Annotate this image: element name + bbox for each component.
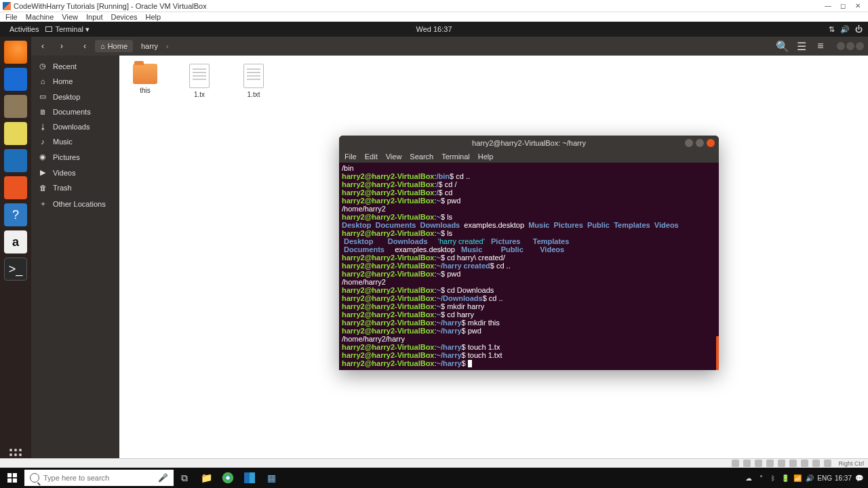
terminal-close-button[interactable] [707, 139, 715, 147]
task-view-icon[interactable]: ⧉ [174, 468, 195, 488]
terminal-menu-view[interactable]: View [386, 152, 402, 161]
mic-icon[interactable]: 🎤 [158, 473, 168, 483]
focused-app-indicator[interactable]: Terminal ▾ [45, 25, 90, 34]
activities-button[interactable]: Activities [5, 24, 43, 35]
dock-terminal-icon[interactable]: >_ [4, 258, 27, 281]
vb-usb-icon[interactable] [778, 460, 785, 467]
sidebar-icon: ◉ [38, 152, 47, 161]
host-minimize-button[interactable]: — [821, 1, 835, 11]
dock-thunderbird-icon[interactable] [4, 68, 27, 91]
terminal-window: harry2@harry2-VirtualBox: ~/harry File E… [339, 136, 719, 370]
hamburger-menu-icon[interactable]: ≡ [814, 39, 827, 53]
vb-optical-icon[interactable] [743, 460, 751, 467]
terminal-titlebar[interactable]: harry2@harry2-VirtualBox: ~/harry [339, 136, 719, 150]
volume-icon[interactable]: 🔊 [840, 25, 850, 34]
host-menubar: File Machine View Input Devices Help [0, 12, 868, 22]
dock-rhythmbox-icon[interactable] [4, 122, 27, 145]
terminal-content[interactable]: /bin harry2@harry2-VirtualBox:/bin$ cd .… [339, 163, 719, 370]
files-headerbar: ‹ › ‹ ⌂ Home harry › 🔍 ☰ ≡ [31, 37, 868, 56]
dock-software-icon[interactable] [4, 176, 27, 199]
sidebar-item-home[interactable]: ⌂Home [31, 74, 119, 89]
dock-firefox-icon[interactable] [4, 41, 27, 64]
tray-battery-icon[interactable]: 🔋 [781, 473, 790, 483]
dock-amazon-icon[interactable]: a [4, 230, 27, 253]
vb-audio-icon[interactable] [755, 460, 762, 467]
sidebar-item-pictures[interactable]: ◉Pictures [31, 149, 119, 165]
sidebar-item-other-locations[interactable]: ＋Other Locations [31, 195, 119, 212]
sidebar-item-videos[interactable]: ▶Videos [31, 165, 119, 180]
terminal-menu-search[interactable]: Search [410, 152, 433, 161]
vb-hdd-icon[interactable] [732, 460, 739, 467]
tray-lang[interactable]: ENG [817, 474, 832, 482]
tray-chevron-icon[interactable]: ˄ [756, 473, 766, 483]
vb-network-icon[interactable] [766, 460, 774, 467]
virtualbox-icon [3, 2, 11, 10]
sidebar-item-recent[interactable]: ◷Recent [31, 58, 119, 74]
vb-display-icon[interactable] [801, 460, 808, 467]
taskbar-search[interactable]: 🎤 [24, 470, 174, 486]
sidebar-icon: ♪ [38, 138, 47, 146]
vb-cpu-icon[interactable] [824, 460, 831, 467]
dock-help-icon[interactable]: ? [4, 203, 27, 226]
window-minimize-button[interactable] [837, 42, 845, 50]
host-maximize-button[interactable]: ◻ [835, 1, 850, 11]
file-item[interactable]: 1.tx [182, 64, 217, 98]
host-menu-machine[interactable]: Machine [26, 13, 54, 21]
host-menu-devices[interactable]: Devices [111, 13, 137, 21]
virtualbox-statusbar: Right Ctrl [0, 458, 868, 468]
tray-onedrive-icon[interactable]: ☁ [744, 473, 753, 483]
file-item[interactable]: 1.txt [236, 64, 271, 98]
tray-notifications-icon[interactable]: 💬 [854, 473, 864, 483]
power-icon[interactable]: ⏻ [855, 25, 863, 33]
view-toggle-icon[interactable]: ☰ [795, 39, 808, 53]
terminal-menu-terminal[interactable]: Terminal [441, 152, 470, 161]
terminal-menu-file[interactable]: File [344, 152, 357, 161]
host-menu-file[interactable]: File [5, 13, 18, 21]
sidebar-item-desktop[interactable]: ▭Desktop [31, 89, 119, 104]
vm-display: Activities Terminal ▾ Wed 16:37 ⇅ 🔊 ⏻ ? … [0, 22, 868, 468]
terminal-menu-edit[interactable]: Edit [365, 152, 378, 161]
host-menu-help[interactable]: Help [146, 13, 161, 21]
vb-shared-icon[interactable] [789, 460, 797, 467]
taskbar-virtualbox-icon[interactable] [239, 468, 260, 488]
dock-writer-icon[interactable] [4, 149, 27, 172]
breadcrumb-home[interactable]: ⌂ Home [95, 40, 133, 52]
vb-recording-icon[interactable] [812, 460, 820, 467]
sidebar-label: Other Locations [53, 200, 106, 208]
taskbar-chrome-icon[interactable] [217, 468, 239, 488]
path-prev-icon[interactable]: ‹ [77, 39, 92, 54]
taskbar-app-icon[interactable]: ▦ [260, 468, 282, 488]
start-button[interactable] [0, 468, 24, 488]
sidebar-label: Documents [53, 108, 91, 116]
sidebar-item-documents[interactable]: 🗎Documents [31, 104, 119, 119]
folder-item[interactable]: this [127, 64, 163, 94]
terminal-menu-help[interactable]: Help [478, 152, 494, 161]
back-button[interactable]: ‹ [35, 39, 50, 54]
tray-time[interactable]: 16:37 [835, 474, 852, 482]
search-icon[interactable]: 🔍 [776, 39, 789, 53]
window-close-button[interactable] [856, 42, 864, 50]
search-input[interactable] [43, 474, 158, 482]
host-close-button[interactable]: ✕ [850, 1, 865, 11]
sidebar-item-music[interactable]: ♪Music [31, 134, 119, 149]
dock-files-icon[interactable] [4, 95, 27, 118]
sidebar-item-downloads[interactable]: ⭳Downloads [31, 119, 119, 134]
clock[interactable]: Wed 16:37 [416, 25, 452, 33]
forward-button[interactable]: › [54, 39, 69, 54]
taskbar-explorer-icon[interactable]: 📁 [195, 468, 217, 488]
scrollbar[interactable] [716, 336, 719, 370]
breadcrumb-harry[interactable]: harry [136, 40, 163, 52]
sidebar-icon: ⭳ [38, 123, 47, 131]
tray-wifi-icon[interactable]: 📶 [793, 473, 802, 483]
host-titlebar: CodeWithHarry Tutorials [Running] - Orac… [0, 0, 868, 12]
sidebar-item-trash[interactable]: 🗑Trash [31, 180, 119, 195]
sidebar-label: Home [53, 77, 73, 85]
tray-bluetooth-icon[interactable]: ᛒ [768, 473, 778, 483]
network-icon[interactable]: ⇅ [829, 25, 835, 34]
window-maximize-button[interactable] [846, 42, 854, 50]
host-menu-view[interactable]: View [62, 13, 78, 21]
host-menu-input[interactable]: Input [86, 13, 102, 21]
terminal-minimize-button[interactable] [685, 139, 693, 147]
tray-volume-icon[interactable]: 🔊 [805, 473, 814, 483]
terminal-maximize-button[interactable] [696, 139, 704, 147]
